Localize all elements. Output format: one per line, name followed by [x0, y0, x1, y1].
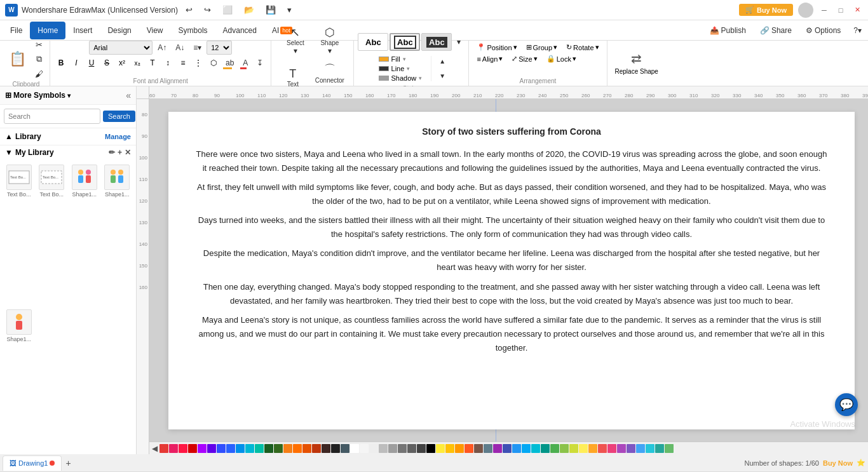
- share-button[interactable]: 🔗 Share: [755, 24, 797, 37]
- decrease-font-btn[interactable]: A↓: [172, 41, 188, 55]
- style-box-1[interactable]: Abc: [358, 33, 388, 51]
- color-swatch[interactable]: [646, 444, 654, 453]
- color-swatch[interactable]: [179, 444, 187, 453]
- color-swatch[interactable]: [398, 444, 407, 453]
- bullet-list-button[interactable]: ≡: [176, 56, 190, 70]
- manage-link[interactable]: Manage: [105, 133, 131, 140]
- color-swatch[interactable]: [255, 444, 264, 453]
- search-input[interactable]: [4, 109, 100, 124]
- paste-button[interactable]: 📋: [5, 49, 30, 69]
- menu-advanced[interactable]: Advanced: [215, 22, 264, 39]
- color-swatch[interactable]: [379, 444, 388, 453]
- font-family-select[interactable]: Arial: [89, 41, 153, 55]
- bold-button[interactable]: B: [54, 56, 68, 70]
- buy-now-link[interactable]: Buy Now: [823, 459, 853, 467]
- color-swatch[interactable]: [579, 444, 588, 453]
- color-swatch[interactable]: [350, 444, 359, 453]
- restore-button[interactable]: □: [835, 4, 846, 16]
- style-box-3[interactable]: Abc: [421, 33, 452, 51]
- text-format-expand[interactable]: ⬡: [207, 56, 220, 70]
- redo-btn[interactable]: ↪: [200, 3, 215, 17]
- text-align-btn[interactable]: ≡▾: [189, 41, 205, 55]
- color-swatch[interactable]: [436, 444, 445, 453]
- styles-expand-vertical[interactable]: ▲: [435, 55, 449, 69]
- undo-btn[interactable]: ↩: [182, 3, 196, 17]
- color-swatch[interactable]: [627, 444, 635, 453]
- position-button[interactable]: 📍 Position▾: [473, 42, 520, 53]
- panel-collapse-button[interactable]: «: [126, 90, 131, 100]
- color-swatch[interactable]: [465, 444, 473, 453]
- color-swatch[interactable]: [274, 444, 283, 453]
- size-button[interactable]: ⤢ Size▾: [508, 53, 541, 64]
- color-swatch[interactable]: [407, 444, 416, 453]
- color-swatch[interactable]: [484, 444, 492, 453]
- color-swatch[interactable]: [617, 444, 626, 453]
- minimize-button[interactable]: ─: [818, 4, 830, 16]
- shape-thumb-shape1[interactable]: Shape1...: [69, 163, 100, 306]
- subscript-button[interactable]: x₂: [130, 56, 144, 70]
- color-swatch[interactable]: [322, 444, 330, 453]
- more-btn[interactable]: ▾: [283, 3, 295, 17]
- color-swatch[interactable]: [607, 444, 616, 453]
- shape-thumb-textbox1[interactable]: Text Bo... Text Bo...: [4, 163, 34, 306]
- color-swatch[interactable]: [245, 444, 254, 453]
- color-swatch[interactable]: [312, 444, 321, 453]
- color-swatch[interactable]: [541, 444, 550, 453]
- format-painter-button[interactable]: 🖌: [31, 67, 47, 81]
- menu-symbols[interactable]: Symbols: [171, 22, 215, 39]
- color-swatch[interactable]: [512, 444, 521, 453]
- copy-button[interactable]: ⧉: [31, 52, 47, 66]
- color-swatch[interactable]: [588, 444, 597, 453]
- color-swatch[interactable]: [207, 444, 216, 453]
- help-button[interactable]: ?▾: [850, 24, 865, 37]
- buy-now-button[interactable]: 🛒 Buy Now: [739, 4, 793, 16]
- publish-button[interactable]: 📤 Publish: [705, 24, 751, 37]
- canvas-area[interactable]: 60 70 80 90 100 110 120 130 140 150 160 …: [137, 86, 868, 454]
- color-swatch[interactable]: [522, 444, 531, 453]
- user-avatar[interactable]: [798, 3, 813, 18]
- styles-expand-down[interactable]: ▼: [435, 69, 449, 83]
- color-swatch[interactable]: [531, 444, 540, 453]
- library-row[interactable]: ▲ Library Manage: [0, 128, 136, 145]
- style-box-2[interactable]: Abc: [390, 33, 420, 51]
- highlight-btn[interactable]: ab: [222, 56, 238, 70]
- more-symbols-button[interactable]: ⊞ More Symbols ▾: [5, 91, 71, 100]
- color-swatch[interactable]: [360, 444, 369, 453]
- color-swatch[interactable]: [217, 444, 226, 453]
- color-swatch[interactable]: [302, 444, 311, 453]
- font-size-select[interactable]: 12: [207, 41, 232, 55]
- strikethrough-button[interactable]: S: [100, 56, 114, 70]
- color-swatch[interactable]: [331, 444, 340, 453]
- increase-font-btn[interactable]: A↑: [154, 41, 170, 55]
- fill-button[interactable]: Fill ▾: [376, 55, 425, 64]
- text-type-button[interactable]: T: [146, 56, 159, 70]
- color-swatch[interactable]: [636, 444, 645, 453]
- color-swatch[interactable]: [503, 444, 512, 453]
- font-color-btn[interactable]: A: [239, 56, 252, 70]
- color-swatch[interactable]: [283, 444, 292, 453]
- palette-left-arrow[interactable]: ◀: [152, 444, 158, 453]
- color-swatch[interactable]: [264, 444, 273, 453]
- cut-button[interactable]: ✂: [31, 37, 47, 51]
- color-swatch[interactable]: [341, 444, 349, 453]
- my-library-close-btn[interactable]: ✕: [125, 148, 131, 157]
- shape-thumb-shape3[interactable]: Shape1...: [4, 308, 34, 450]
- color-swatch[interactable]: [598, 444, 607, 453]
- number-list-button[interactable]: ⋮: [191, 56, 205, 70]
- italic-button[interactable]: I: [69, 56, 83, 70]
- my-library-toggle[interactable]: ▼: [5, 148, 13, 157]
- line-spacing-button[interactable]: ↕: [161, 56, 175, 70]
- color-swatch[interactable]: [159, 444, 168, 453]
- color-swatch[interactable]: [417, 444, 426, 453]
- color-swatch[interactable]: [560, 444, 569, 453]
- color-swatch[interactable]: [198, 444, 207, 453]
- search-button[interactable]: Search: [103, 111, 135, 122]
- color-swatch[interactable]: [665, 444, 674, 453]
- color-swatch[interactable]: [293, 444, 302, 453]
- close-button[interactable]: ✕: [851, 4, 863, 16]
- color-swatch[interactable]: [388, 444, 397, 453]
- menu-insert[interactable]: Insert: [65, 22, 100, 39]
- text-button[interactable]: T Text: [277, 65, 309, 90]
- color-swatch[interactable]: [369, 444, 378, 453]
- maximize-btn[interactable]: ⬜: [219, 3, 236, 17]
